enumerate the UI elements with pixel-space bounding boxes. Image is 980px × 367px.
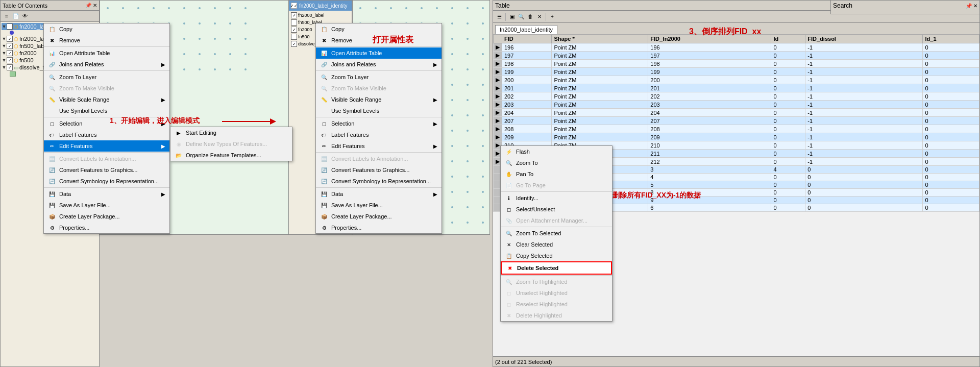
layer-checkbox5[interactable]	[7, 57, 13, 63]
col-fid-dissol[interactable]: FID_dissol	[805, 35, 923, 43]
menu-create-layer[interactable]: 📦 Create Layer Package...	[44, 211, 169, 222]
tcm-identify[interactable]: ℹ Identify...	[501, 192, 612, 204]
table-options-btn[interactable]: ☰	[495, 13, 503, 21]
toc2-label-fn2000: fn2000_label_identity	[299, 3, 348, 9]
menu-zoom-layer[interactable]: 🔍 Zoom To Layer	[44, 71, 169, 83]
toc2-cb4[interactable]	[291, 27, 297, 33]
layer-checkbox[interactable]	[7, 23, 13, 30]
menu2-symbol-levels[interactable]: Use Symbol Levels	[316, 105, 442, 116]
table-row[interactable]: ▶ 202 Point ZM 202 0 -1 0	[494, 92, 979, 101]
toc2-fn2000-label[interactable]: fn2000_label	[291, 12, 350, 19]
menu-edit-features[interactable]: ✏ Edit Features ▶	[44, 140, 169, 152]
close-icon[interactable]: ✕	[93, 3, 97, 8]
menu2-copy[interactable]: 📋 Copy	[316, 23, 442, 35]
menu-convert-features[interactable]: 🔄 Convert Features to Graphics...	[44, 164, 169, 176]
col-id[interactable]: Id	[771, 35, 805, 43]
toc2-checkbox-fn2000[interactable]: ✓	[291, 3, 297, 9]
tcm-delete-selected[interactable]: ✖ Delete Selected	[501, 261, 612, 275]
row-selector[interactable]: ▶	[494, 109, 502, 117]
toc2-cb5[interactable]	[291, 34, 297, 40]
tcm-clear-selected[interactable]: ✕ Clear Selected	[501, 239, 612, 250]
col-fid-num[interactable]: FID	[502, 35, 552, 43]
toc2-cb2[interactable]	[291, 12, 297, 18]
row-selector[interactable]: ▶	[494, 117, 502, 125]
table-row[interactable]: ▶ 198 Point ZM 198 0 -1 0	[494, 60, 979, 68]
menu-properties[interactable]: ⚙ Properties...	[44, 222, 169, 233]
menu2-convert-symbology[interactable]: 🔄 Convert Symbology to Representation...	[316, 176, 442, 187]
menu2-edit-features[interactable]: ✏ Edit Features ▶	[316, 140, 442, 152]
table-row[interactable]: ▶ 199 Point ZM 199 0 -1 0	[494, 68, 979, 76]
toc2-cb3[interactable]	[291, 19, 297, 26]
row-selector[interactable]: ▶	[494, 43, 502, 52]
row-selector[interactable]: ▶	[494, 92, 502, 101]
toc-visibility-btn[interactable]: 👁	[21, 12, 29, 20]
menu2-create-layer[interactable]: 📦 Create Layer Package...	[316, 211, 442, 222]
menu2-open-attr[interactable]: 📊 Open Attribute Table	[316, 47, 442, 59]
menu-label-features[interactable]: 🏷 Label Features	[44, 129, 169, 140]
row-selector[interactable]: ▶	[494, 52, 502, 60]
row-selector[interactable]: ▶	[494, 60, 502, 68]
col-id1[interactable]: Id_1	[923, 35, 979, 43]
search-pin-icon[interactable]: 📌	[966, 3, 972, 9]
table-row[interactable]: ▶ 196 Point ZM 196 0 -1 0	[494, 43, 979, 52]
table-row[interactable]: ▶ 197 Point ZM 197 0 -1 0	[494, 52, 979, 60]
table-select-btn[interactable]: ▣	[508, 13, 516, 21]
col-shape[interactable]: Shape *	[552, 35, 648, 43]
table-row[interactable]: ▶ 201 Point ZM 201 0 -1 0	[494, 84, 979, 92]
menu-open-attr[interactable]: 📊 Open Attribute Table	[44, 47, 169, 59]
table-row[interactable]: ▶ 208 Point ZM 208 0 -1 0	[494, 125, 979, 133]
tcm-zoom-to[interactable]: 🔍 Zoom To	[501, 157, 612, 168]
menu2-visible-scale[interactable]: 📏 Visible Scale Range ▶	[316, 94, 442, 105]
menu2-label-features[interactable]: 🏷 Label Features	[316, 129, 442, 140]
submenu-start-editing[interactable]: ▶ Start Editing	[170, 127, 292, 138]
menu2-joins[interactable]: 🔗 Joins and Relates ▶	[316, 59, 442, 70]
toc2-cb6[interactable]	[291, 41, 297, 47]
layer-checkbox2[interactable]	[7, 36, 13, 42]
table-zoom-btn[interactable]: 🔍	[517, 13, 525, 21]
menu-data[interactable]: 💾 Data ▶	[44, 188, 169, 200]
toc-list-view-btn[interactable]: ≡	[3, 12, 11, 20]
submenu-organize[interactable]: 📂 Organize Feature Templates...	[170, 150, 292, 161]
table-delete-btn[interactable]: 🗑	[526, 13, 534, 21]
menu-joins[interactable]: 🔗 Joins and Relates ▶	[44, 59, 169, 70]
layer-checkbox6[interactable]	[7, 64, 13, 70]
table-clear-btn[interactable]: ✕	[535, 13, 544, 21]
col-fid[interactable]	[494, 35, 502, 43]
table-add-field-btn[interactable]: +	[548, 13, 556, 21]
search-close-icon[interactable]: ✕	[973, 3, 977, 9]
toc-source-btn[interactable]: 📄	[12, 12, 20, 20]
menu-copy[interactable]: 📋 Copy	[44, 23, 169, 35]
table-row[interactable]: ▶ 200 Point ZM 200 0 -1 0	[494, 76, 979, 84]
table-row[interactable]: ▶ 204 Point ZM 204 0 -1 0	[494, 109, 979, 117]
layer-checkbox3[interactable]	[7, 43, 13, 49]
menu2-zoom-layer[interactable]: 🔍 Zoom To Layer	[316, 71, 442, 83]
menu-convert-symbology[interactable]: 🔄 Convert Symbology to Representation...	[44, 176, 169, 187]
table-row[interactable]: ▶ 209 Point ZM 209 0 -1 0	[494, 133, 979, 141]
menu-visible-scale[interactable]: 📏 Visible Scale Range ▶	[44, 94, 169, 105]
tcm-pan-to[interactable]: ✋ Pan To	[501, 168, 612, 180]
row-selector[interactable]: ▶	[494, 101, 502, 109]
menu2-convert-features[interactable]: 🔄 Convert Features to Graphics...	[316, 164, 442, 176]
menu2-data[interactable]: 💾 Data ▶	[316, 188, 442, 200]
tcm-flash[interactable]: ⚡ Flash	[501, 146, 612, 157]
tcm-copy-selected[interactable]: 📋 Copy Selected	[501, 250, 612, 261]
table-row[interactable]: ▶ 203 Point ZM 203 0 -1 0	[494, 101, 979, 109]
menu-save-layer[interactable]: 💾 Save As Layer File...	[44, 200, 169, 211]
cell-fid-dissol: -1	[805, 60, 923, 68]
menu2-save-layer[interactable]: 💾 Save As Layer File...	[316, 200, 442, 211]
row-selector[interactable]: ▶	[494, 68, 502, 76]
row-selector[interactable]: ▶	[494, 133, 502, 141]
menu2-selection[interactable]: ◻ Selection ▶	[316, 118, 442, 129]
pin-icon[interactable]: 📌	[85, 3, 91, 8]
table-tab-fn2000[interactable]: fn2000_label_identity	[495, 25, 557, 34]
row-selector[interactable]: ▶	[494, 76, 502, 84]
tcm-select-unselect[interactable]: ◻ Select/Unselect	[501, 204, 612, 215]
row-selector[interactable]: ▶	[494, 84, 502, 92]
menu-remove[interactable]: ✖ Remove	[44, 35, 169, 46]
tcm-zoom-selected[interactable]: 🔍 Zoom To Selected	[501, 228, 612, 239]
menu2-properties[interactable]: ⚙ Properties...	[316, 222, 442, 233]
layer-checkbox4[interactable]	[7, 50, 13, 56]
table-row[interactable]: ▶ 207 Point ZM 207 0 -1 0	[494, 117, 979, 125]
row-selector[interactable]: ▶	[494, 125, 502, 133]
menu-symbol-levels[interactable]: Use Symbol Levels	[44, 105, 169, 116]
